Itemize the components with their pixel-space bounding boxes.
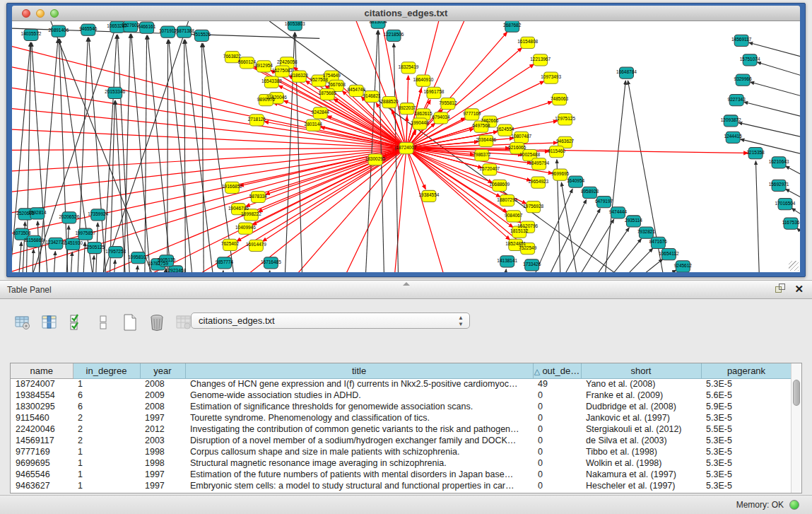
graph-edge <box>619 259 662 272</box>
graph-node-label: 17957253 <box>105 249 126 254</box>
graph-edge <box>755 161 760 272</box>
table-cell: 0 <box>533 457 581 469</box>
table-settings-icon[interactable] <box>13 313 33 332</box>
graph-node-label: 7485063 <box>551 96 569 101</box>
graph-node-label: 16053803 <box>285 21 305 26</box>
table-row[interactable]: 977716911998Corpus callosum shape and si… <box>11 446 792 457</box>
table-cell: 5.3E-5 <box>701 480 792 491</box>
graph-node-label: 14138141 <box>497 258 517 263</box>
table-cell: 2003 <box>140 435 185 446</box>
graph-node-label: 8454749 <box>348 87 366 92</box>
table-cell: 9777169 <box>11 446 73 457</box>
float-panel-icon[interactable] <box>775 284 786 294</box>
delete-table-icon[interactable] <box>147 313 167 332</box>
new-table-icon[interactable] <box>120 313 140 332</box>
graph-node-label: 12218506 <box>384 32 404 37</box>
table-row[interactable]: 946362711997Embryonic stem cells: a mode… <box>11 480 792 491</box>
table-row[interactable]: 1938455462009Genome-wide association stu… <box>11 390 792 401</box>
graph-edge <box>393 148 406 272</box>
graph-node-label: 18495794 <box>529 160 549 165</box>
memory-ok-indicator[interactable] <box>789 500 799 510</box>
citation-network-graph[interactable]: 1872400776638228660124891295422426058162… <box>12 21 800 272</box>
graph-node-label: 10654112 <box>659 251 679 256</box>
column-header-title[interactable]: title <box>185 363 533 378</box>
table-row[interactable]: 969969511998Structural magnetic resonanc… <box>11 457 792 469</box>
graph-node-label: 9084067 <box>505 213 523 218</box>
network-window-titlebar[interactable]: citations_edges.txt <box>12 6 800 21</box>
graph-node-label: 10409946 <box>235 225 256 230</box>
row-height-icon[interactable] <box>93 313 113 332</box>
table-row[interactable]: 2242004622012Investigating the contribut… <box>11 424 792 435</box>
table-cell: 0 <box>533 469 581 480</box>
graph-node-label: 9465546 <box>79 26 98 31</box>
table-cell: 18300295 <box>11 401 73 412</box>
select-columns-icon[interactable] <box>40 313 59 332</box>
graph-edge <box>584 228 630 272</box>
graph-node-label: 8660124 <box>238 59 257 64</box>
table-select-dropdown[interactable]: citations_edges.txt ▲▼ <box>191 313 470 329</box>
graph-node-label: 7462666 <box>481 118 499 123</box>
graph-node-label: 7522549 <box>519 245 537 250</box>
graph-edge <box>744 102 800 120</box>
table-cell: 19384554 <box>11 390 73 401</box>
column-header-short[interactable]: short <box>581 363 701 378</box>
table-cell: 2008 <box>140 378 185 390</box>
scrollbar-thumb[interactable] <box>793 380 800 406</box>
table-cell: 9465546 <box>11 469 73 480</box>
panel-divider-handle[interactable] <box>403 282 410 286</box>
graph-node-label: 9857774 <box>216 259 234 264</box>
graph-node-label: 19166852 <box>222 184 242 189</box>
table-cell: 0 <box>533 401 581 412</box>
close-panel-icon[interactable]: ✕ <box>794 284 804 294</box>
graph-node-label: 18300295 <box>365 156 386 161</box>
graph-node-label: 15716485 <box>261 259 281 264</box>
graph-node-label: 16275083 <box>272 68 293 73</box>
table-row[interactable]: 911546021997Tourette syndrome. Phenomeno… <box>11 412 792 424</box>
column-header-out_de[interactable]: △ out_de… <box>533 363 581 378</box>
column-header-name[interactable]: name <box>11 363 73 378</box>
column-header-in_degree[interactable]: in_degree <box>73 363 140 378</box>
network-canvas[interactable]: 1872400776638228660124891295422426058162… <box>12 21 800 272</box>
resize-grip[interactable] <box>789 261 799 271</box>
graph-node-label: 16543382 <box>261 78 282 83</box>
graph-edge <box>406 148 748 153</box>
column-header-pagerank[interactable]: pagerank <box>701 363 792 378</box>
graph-edge <box>32 250 34 272</box>
table-row[interactable]: 1456911722003Disruption of a novel membe… <box>11 435 792 446</box>
graph-node-label: 1754649 <box>323 73 341 78</box>
column-header-year[interactable]: year <box>140 363 185 378</box>
graph-node-label: 19046786 <box>228 206 249 211</box>
graph-node-label: 10973493 <box>541 74 561 79</box>
table-cell: 6 <box>73 401 140 412</box>
graph-node-label: 9146821 <box>363 93 381 98</box>
graph-node-label: 9699695 <box>551 171 570 176</box>
table-cell: 5.3E-5 <box>701 469 792 480</box>
table-cell: Yano et al. (2008) <box>581 378 701 390</box>
table-cell: 1998 <box>140 446 185 457</box>
table-cell: 5.3E-5 <box>701 457 792 469</box>
table-cell: 1 <box>73 469 140 480</box>
table-cell: Tourette syndrome. Phenomenology and cla… <box>185 412 533 424</box>
graph-node-label: 1733426 <box>523 262 541 267</box>
table-scrollbar[interactable] <box>791 363 801 493</box>
graph-node-label: 18724007 <box>396 144 417 149</box>
table-panel-title: Table Panel <box>7 285 52 295</box>
graph-node-label: 16648784 <box>616 69 637 74</box>
sort-ascending-icon: △ <box>534 367 543 375</box>
table-row[interactable]: 946554611997Estimation of the future num… <box>11 469 792 480</box>
graph-node-label: 20891406 <box>48 28 69 33</box>
graph-node-label: 8186328 <box>290 73 309 78</box>
graph-node-label: 5878334 <box>249 193 268 198</box>
graph-node-label: 19756928 <box>523 204 543 209</box>
table-row[interactable]: 1830029562008Estimation of significance … <box>11 401 792 412</box>
dropdown-stepper-icon: ▲▼ <box>458 315 464 327</box>
graph-node-label: 12213967 <box>530 57 551 62</box>
table-panel-body: f(x) citations_edges.txt ▲▼ namein_degre… <box>0 300 812 495</box>
select-all-icon[interactable] <box>66 313 86 332</box>
table-toolbar: f(x) <box>13 311 220 334</box>
table-cell: de Silva et al. (2003) <box>581 435 701 446</box>
table-cell: 0 <box>533 435 581 446</box>
table-cell: 0 <box>533 480 581 491</box>
table-row[interactable]: 1872400712008Changes of HCN gene express… <box>11 378 792 390</box>
table-cell: Disruption of a novel member of a sodium… <box>185 435 533 446</box>
